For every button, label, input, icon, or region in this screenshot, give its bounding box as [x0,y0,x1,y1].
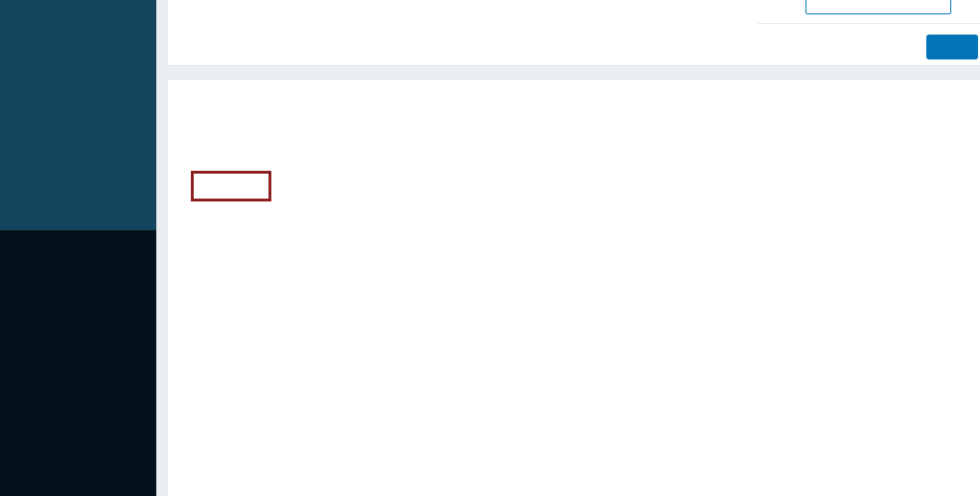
sidebar [0,0,156,496]
media-types-table-panel [168,79,980,496]
filter-panel [168,0,980,66]
apply-button[interactable] [926,35,978,59]
administration-submenu [0,230,156,496]
filter-name-input[interactable] [805,0,951,14]
email-annotation-box [191,171,271,201]
zabbix-media-types-page [0,0,980,496]
filter-divider [758,23,980,24]
